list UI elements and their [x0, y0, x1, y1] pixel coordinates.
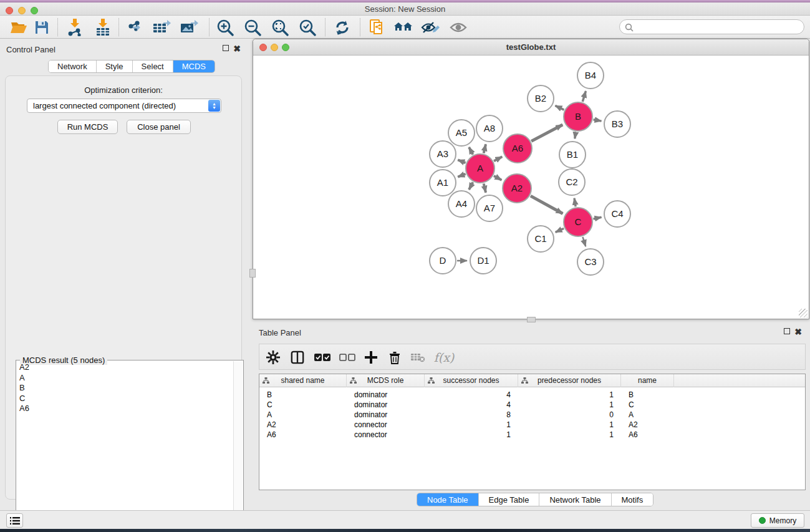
list-item[interactable]: C	[17, 394, 234, 404]
graph-edge-A6-B[interactable]	[531, 125, 562, 141]
window-resize-grip[interactable]	[799, 309, 808, 317]
optimization-criterion-select[interactable]: largest connected component (directed) ▲…	[27, 99, 221, 113]
column-header-shared-name[interactable]: shared name	[259, 374, 347, 387]
column-header-name[interactable]: name	[621, 374, 674, 387]
export-network-icon[interactable]	[125, 17, 146, 37]
table-row[interactable]: A6 connector 1 1 A6	[259, 430, 805, 440]
hide-selected-icon[interactable]	[420, 17, 441, 37]
export-table-icon[interactable]	[151, 17, 172, 37]
task-history-button[interactable]	[6, 513, 23, 528]
graph-edge-B-B4[interactable]	[582, 91, 586, 102]
list-item[interactable]: A2	[17, 362, 234, 373]
cell-name[interactable]: B	[629, 390, 678, 400]
network-window-titlebar[interactable]: testGlobe.txt	[253, 39, 809, 56]
cell-predecessor-nodes[interactable]: 1	[518, 390, 614, 400]
table-settings-gear-icon[interactable]	[263, 347, 284, 367]
zoom-selected-icon[interactable]	[297, 17, 318, 37]
network-canvas[interactable]: B4B2BB3A5A8A6A3B1AA1C2A2A4A7C4CC1C3DD1	[253, 56, 809, 319]
close-panel-icon[interactable]: ✖	[233, 45, 241, 52]
maximize-window-button[interactable]	[31, 7, 38, 14]
list-item[interactable]: A6	[17, 404, 234, 414]
column-header-successor-nodes[interactable]: successor nodes	[425, 374, 518, 387]
delete-column-trash-icon[interactable]	[384, 347, 405, 367]
graph-edge-A-A8[interactable]	[484, 144, 486, 153]
save-session-icon[interactable]	[31, 17, 52, 37]
delete-table-icon[interactable]	[407, 347, 428, 367]
cell-mcds-role[interactable]: dominator	[354, 410, 423, 420]
table-row[interactable]: A dominator 8 0 A	[259, 410, 805, 420]
create-column-plus-icon[interactable]	[360, 347, 382, 367]
graph-edge-B-B2[interactable]	[555, 105, 564, 110]
cell-mcds-role[interactable]: connector	[354, 420, 423, 430]
cell-shared-name[interactable]: A	[267, 410, 342, 420]
cell-predecessor-nodes[interactable]: 1	[518, 420, 614, 430]
zoom-in-icon[interactable]	[215, 17, 236, 37]
close-panel-button[interactable]: Close panel	[127, 120, 191, 134]
graph-edge-B-B3[interactable]	[594, 120, 602, 121]
cell-predecessor-nodes[interactable]: 1	[518, 400, 614, 410]
tab-node-table[interactable]: Node Table	[417, 493, 479, 506]
zoom-fit-icon[interactable]	[269, 17, 291, 37]
cell-shared-name[interactable]: C	[267, 400, 342, 410]
cell-mcds-role[interactable]: dominator	[354, 390, 423, 400]
cell-successor-nodes[interactable]: 1	[425, 420, 511, 430]
cell-name[interactable]: A	[629, 410, 678, 420]
graph-edge-A-A7[interactable]	[484, 183, 486, 192]
mcds-result-list[interactable]: A2 A B C A6	[17, 362, 234, 532]
cell-shared-name[interactable]: A2	[267, 420, 342, 430]
refresh-icon[interactable]	[332, 17, 353, 37]
deselect-all-icon[interactable]	[337, 347, 358, 367]
tab-network-table[interactable]: Network Table	[539, 493, 611, 506]
cell-predecessor-nodes[interactable]: 0	[518, 410, 614, 420]
column-header-predecessor-nodes[interactable]: predecessor nodes	[518, 374, 621, 387]
clone-network-icon[interactable]	[367, 17, 388, 37]
show-columns-icon[interactable]	[287, 347, 308, 367]
cell-successor-nodes[interactable]: 4	[425, 390, 511, 400]
network-maximize-button[interactable]	[282, 44, 289, 51]
run-mcds-button[interactable]: Run MCDS	[57, 120, 118, 134]
graph-edge-C-C2[interactable]	[574, 198, 576, 207]
table-float-icon[interactable]	[784, 328, 790, 336]
cell-name[interactable]: A2	[629, 420, 678, 430]
tab-network[interactable]: Network	[49, 60, 97, 72]
cell-mcds-role[interactable]: connector	[354, 430, 423, 440]
tab-motifs[interactable]: Motifs	[612, 493, 653, 506]
function-builder-icon[interactable]: f(x)	[430, 347, 458, 367]
cell-predecessor-nodes[interactable]: 1	[518, 430, 614, 440]
list-item[interactable]: A	[17, 373, 234, 384]
first-neighbors-icon[interactable]	[393, 17, 414, 37]
cell-shared-name[interactable]: B	[267, 390, 342, 400]
close-window-button[interactable]	[6, 7, 13, 14]
import-network-icon[interactable]	[64, 17, 85, 37]
open-file-icon[interactable]	[8, 17, 29, 37]
table-row[interactable]: C dominator 4 1 C	[259, 400, 805, 410]
network-minimize-button[interactable]	[271, 44, 278, 51]
select-all-icon[interactable]	[312, 347, 333, 367]
memory-button[interactable]: Memory	[751, 513, 804, 528]
network-close-button[interactable]	[259, 44, 267, 51]
graph-edge-C-C3[interactable]	[582, 237, 586, 246]
splitter-handle-bottom[interactable]	[527, 317, 536, 322]
result-scrollbar[interactable]	[233, 361, 243, 532]
graph-edge-A-A2[interactable]	[494, 176, 501, 180]
show-all-icon[interactable]	[448, 17, 469, 37]
table-row[interactable]: A2 connector 1 1 A2	[259, 420, 805, 430]
tab-select[interactable]: Select	[133, 60, 173, 72]
tab-edge-table[interactable]: Edge Table	[479, 493, 540, 506]
cell-name[interactable]: A6	[629, 430, 678, 440]
cell-successor-nodes[interactable]: 4	[425, 400, 511, 410]
graph-edge-A-A1[interactable]	[458, 174, 465, 177]
zoom-out-icon[interactable]	[242, 17, 263, 37]
network-graph[interactable]: B4B2BB3A5A8A6A3B1AA1C2A2A4A7C4CC1C3DD1	[253, 56, 809, 319]
tab-style[interactable]: Style	[97, 60, 133, 72]
cell-mcds-role[interactable]: dominator	[354, 400, 423, 410]
minimize-window-button[interactable]	[18, 7, 26, 14]
cell-successor-nodes[interactable]: 8	[425, 410, 511, 420]
graph-edge-B-B1[interactable]	[575, 132, 576, 139]
cell-name[interactable]: C	[629, 400, 678, 410]
graph-edge-C-C1[interactable]	[556, 228, 564, 232]
graph-edge-A-A3[interactable]	[458, 160, 465, 163]
tab-mcds[interactable]: MCDS	[173, 60, 215, 72]
graph-edge-C-C4[interactable]	[593, 217, 601, 219]
cell-shared-name[interactable]: A6	[267, 430, 342, 440]
